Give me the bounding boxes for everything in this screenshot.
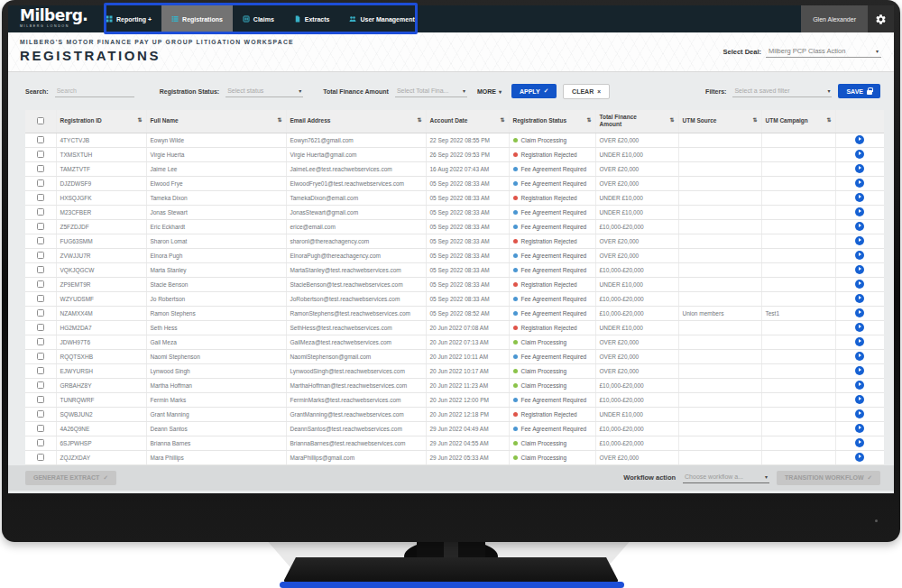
chevron-down-icon: ▾ — [765, 473, 768, 480]
nav-tab-user-management[interactable]: User Management — [339, 5, 424, 32]
row-detail-play-button[interactable] — [855, 135, 864, 144]
row-checkbox[interactable] — [37, 165, 44, 172]
cell-utm-campaign — [761, 176, 835, 190]
sort-icon[interactable]: ⇅ — [417, 118, 421, 125]
cell-utm-source — [678, 205, 761, 219]
transition-workflow-button[interactable]: TRANSITION WORKFLOW ✓ — [777, 471, 880, 485]
more-filters-button[interactable]: MORE ▾ — [477, 88, 502, 95]
status-dot — [513, 253, 518, 258]
cell-account-date: 29 Jun 2022 04:55 AM — [426, 436, 509, 450]
chevron-down-icon: ▾ — [499, 88, 502, 95]
row-detail-play-button[interactable] — [855, 323, 864, 332]
row-detail-play-button[interactable] — [855, 265, 864, 274]
sort-icon[interactable]: ⇅ — [500, 118, 504, 125]
row-detail-play-button[interactable] — [855, 294, 864, 303]
row-checkbox[interactable] — [37, 396, 44, 403]
row-detail-play-button[interactable] — [855, 352, 864, 361]
row-checkbox[interactable] — [37, 237, 44, 244]
status-dot — [513, 326, 518, 330]
cell-account-date: 26 Sep 2022 09:53 PM — [426, 147, 509, 161]
cell-utm-campaign — [761, 363, 835, 378]
nav-tab-claims[interactable]: Claims — [233, 5, 284, 32]
nav-tab-registrations[interactable]: Registrations — [161, 5, 233, 32]
row-detail-play-button[interactable] — [855, 337, 864, 346]
row-checkbox[interactable] — [37, 136, 44, 143]
cell-account-date: 20 Jun 2022 11:23 AM — [426, 378, 509, 392]
select-deal-dropdown[interactable]: Milberg PCP Class Action ▾ — [766, 46, 881, 58]
row-checkbox[interactable] — [37, 266, 44, 273]
cell-full-name: Naomi Stephenson — [146, 349, 286, 363]
row-detail-play-button[interactable] — [855, 193, 864, 202]
table-row: TXMSXTUH Virgie Huerta Virgie Huerta@gma… — [25, 147, 884, 161]
sort-icon[interactable]: ⇅ — [586, 118, 591, 125]
cell-registration-status: Claim Processing — [509, 363, 595, 378]
saved-filter-select[interactable]: Select a saved filter ▾ — [732, 86, 832, 97]
generate-extract-label: GENERATE EXTRACT — [33, 474, 99, 481]
cell-registration-status: Claim Processing — [509, 450, 595, 464]
nav-tab-extracts[interactable]: Extracts — [284, 5, 340, 32]
sort-icon[interactable]: ⇅ — [752, 118, 757, 125]
row-checkbox[interactable] — [37, 425, 44, 432]
row-checkbox[interactable] — [37, 309, 44, 317]
row-detail-play-button[interactable] — [855, 280, 864, 289]
total-finance-amount-select[interactable]: Select Total Fina... ▾ — [395, 86, 467, 97]
row-detail-play-button[interactable] — [855, 409, 864, 418]
apply-button[interactable]: APPLY ✓ — [511, 84, 557, 98]
row-checkbox[interactable] — [37, 367, 44, 374]
workflow-action-select[interactable]: Choose workflow a... ▾ — [683, 472, 769, 483]
row-checkbox[interactable] — [37, 223, 44, 230]
row-checkbox[interactable] — [37, 194, 44, 201]
user-menu[interactable]: Glen Alexander — [801, 5, 868, 32]
sort-icon[interactable]: ⇅ — [277, 118, 281, 125]
search-input[interactable] — [55, 86, 134, 97]
row-detail-play-button[interactable] — [855, 438, 864, 447]
status-dot — [513, 311, 518, 316]
save-filter-button[interactable]: SAVE — [838, 84, 880, 98]
row-checkbox[interactable] — [37, 338, 44, 345]
row-checkbox[interactable] — [37, 439, 44, 446]
row-detail-play-button[interactable] — [855, 424, 864, 433]
row-checkbox[interactable] — [37, 454, 44, 461]
settings-button[interactable] — [868, 5, 894, 32]
nav-tab-reporting[interactable]: Reporting + — [96, 5, 161, 32]
generate-extract-button[interactable]: GENERATE EXTRACT ✓ — [25, 471, 116, 485]
row-checkbox[interactable] — [37, 151, 44, 158]
select-all-checkbox[interactable] — [37, 117, 44, 124]
cell-utm-campaign — [761, 277, 835, 291]
registration-status-select[interactable]: Select status ▾ — [226, 86, 303, 97]
sort-icon[interactable]: ⇅ — [826, 118, 831, 125]
row-detail-play-button[interactable] — [855, 179, 864, 188]
row-detail-play-button[interactable] — [855, 251, 864, 260]
cell-email: StacieBenson@test.reachwebservices.com — [286, 277, 426, 291]
row-detail-play-button[interactable] — [855, 222, 864, 231]
table-row: HG2M2DA7 Seth Hess SethHess@test.reachwe… — [25, 320, 884, 335]
row-detail-play-button[interactable] — [855, 453, 864, 462]
status-dot — [513, 268, 518, 272]
clear-button[interactable]: CLEAR × — [563, 84, 610, 99]
row-detail-play-button[interactable] — [855, 366, 864, 375]
status-dot — [513, 398, 518, 402]
sort-icon[interactable]: ⇅ — [137, 118, 142, 125]
cell-account-date: 29 Jun 2022 04:49 AM — [426, 421, 509, 436]
row-detail-play-button[interactable] — [855, 207, 864, 216]
row-detail-play-button[interactable] — [855, 308, 864, 317]
row-checkbox[interactable] — [37, 208, 44, 216]
cell-utm-source — [678, 392, 761, 407]
row-checkbox[interactable] — [37, 324, 44, 331]
row-checkbox[interactable] — [37, 353, 44, 360]
row-detail-play-button[interactable] — [855, 381, 864, 390]
row-checkbox[interactable] — [37, 280, 44, 288]
row-checkbox[interactable] — [37, 179, 44, 187]
row-detail-play-button[interactable] — [855, 395, 864, 404]
row-checkbox[interactable] — [37, 410, 44, 418]
cell-utm-campaign — [761, 161, 835, 176]
sort-icon[interactable]: ⇅ — [669, 118, 674, 125]
cell-registration-status: Fee Agreement Required — [509, 349, 595, 363]
row-detail-play-button[interactable] — [855, 236, 864, 245]
row-checkbox[interactable] — [37, 381, 44, 389]
cell-email: NaomiStephenson@gmail.com — [286, 349, 426, 363]
row-detail-play-button[interactable] — [855, 164, 864, 173]
row-checkbox[interactable] — [37, 295, 44, 302]
row-detail-play-button[interactable] — [855, 150, 864, 159]
row-checkbox[interactable] — [37, 252, 44, 259]
